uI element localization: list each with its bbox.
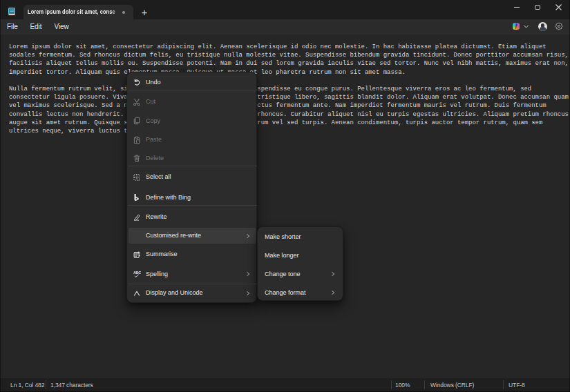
svg-text:ABC: ABC bbox=[133, 271, 141, 275]
